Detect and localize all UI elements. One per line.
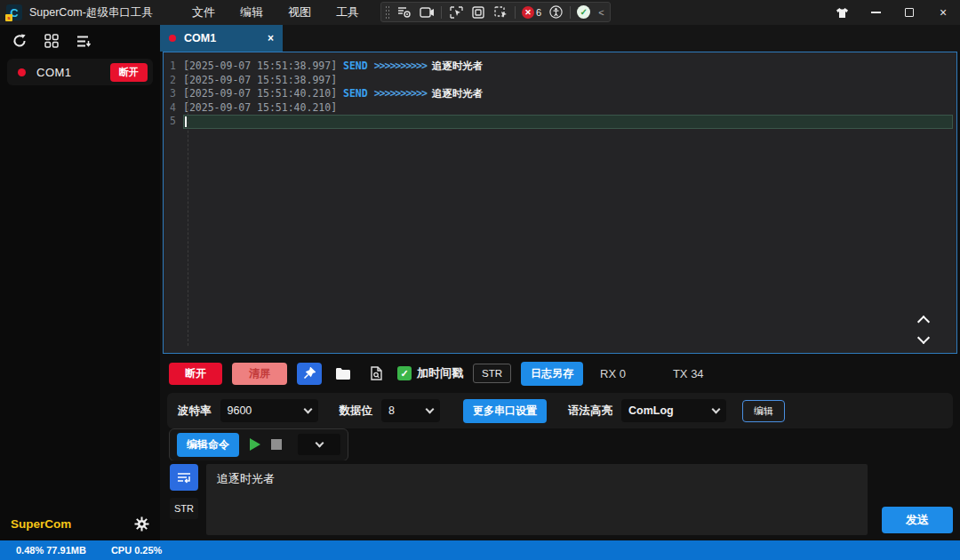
app-window: Cs SuperCom-超级串口工具 文件 编辑 视图 工具 关于 (0, 0, 960, 560)
syntax-highlight-select[interactable]: ComLog (621, 399, 726, 422)
menu-view[interactable]: 视图 (276, 0, 324, 25)
sidebar-footer: SuperCom (0, 509, 160, 540)
settings-list-icon[interactable] (396, 5, 412, 20)
input-format-str-button[interactable]: STR (170, 498, 198, 519)
display-mode-str-button[interactable]: STR (473, 364, 511, 383)
log-message: 追逐时光者 (432, 87, 484, 100)
line-number: 3 (164, 87, 183, 101)
scroll-down-icon[interactable] (917, 332, 930, 344)
port-disconnect-badge[interactable]: 断开 (110, 63, 148, 82)
minimize-icon (871, 12, 881, 13)
save-log-button[interactable]: 日志另存 (521, 362, 583, 386)
command-select[interactable] (298, 434, 340, 455)
more-serial-settings-button[interactable]: 更多串口设置 (463, 399, 547, 423)
success-check-icon[interactable]: ✓ (577, 5, 590, 19)
send-button-column: 发送 (875, 464, 960, 535)
edit-command-button[interactable]: 编辑命令 (177, 433, 239, 457)
sidebar-spacer (0, 89, 160, 509)
send-text-input[interactable]: 追逐时光者 (206, 464, 868, 535)
pin-button[interactable] (297, 363, 322, 385)
menu-file[interactable]: 文件 (180, 0, 228, 25)
refresh-ports-button[interactable] (12, 34, 27, 48)
accessibility-icon[interactable] (548, 5, 564, 20)
log-line: 3 [2025-09-07 15:51:40.210] SEND >>>>>>>… (164, 87, 956, 101)
chevron-down-icon (712, 405, 721, 414)
data-bits-label: 数据位 (340, 404, 373, 419)
menu-tools[interactable]: 工具 (324, 0, 372, 25)
scroll-up-icon[interactable] (917, 316, 930, 328)
scroll-controls (919, 314, 928, 346)
toolbar-separator (515, 6, 516, 19)
error-count: 6 (536, 7, 541, 18)
send-input-area: STR 追逐时光者 发送 (160, 460, 960, 540)
tx-counter: TX 34 (673, 367, 704, 380)
view-log-file-button[interactable] (364, 363, 388, 385)
timestamp-checkbox-group[interactable]: ✓ 加时间戳 (397, 365, 463, 381)
tab-status-dot (169, 35, 176, 42)
error-icon: ✕ (522, 6, 534, 19)
minimize-button[interactable] (859, 0, 892, 25)
settings-gear-button[interactable] (134, 516, 149, 532)
log-line: 2 [2025-09-07 15:51:38.997] (164, 74, 956, 88)
port-status-dot (18, 68, 26, 76)
sidebar: COM1 断开 SuperCom (0, 25, 160, 540)
main-panel: COM1 × 1 [2025-09-07 15:51:38.997] SEND … (160, 25, 960, 540)
chevron-down-icon (303, 405, 312, 414)
log-timestamp: [2025-09-07 15:51:40.210] (183, 87, 343, 100)
baud-rate-select[interactable]: 9600 (220, 399, 318, 422)
camera-icon[interactable] (419, 5, 435, 20)
window-select-icon[interactable] (470, 5, 486, 20)
tab-bar: COM1 × (160, 25, 960, 52)
chevron-down-icon (315, 439, 324, 448)
command-group: 编辑命令 (169, 428, 348, 461)
baud-rate-label: 波特率 (178, 404, 212, 419)
syntax-highlight-label: 语法高亮 (568, 404, 612, 419)
titlebar: Cs SuperCom-超级串口工具 文件 编辑 视图 工具 关于 (0, 0, 960, 25)
open-folder-button[interactable] (332, 363, 355, 385)
log-message: 追逐时光者 (432, 60, 484, 72)
tab-label: COM1 (184, 32, 216, 44)
log-send-tag: SEND (343, 87, 374, 100)
line-number: 1 (164, 60, 183, 74)
log-line: 4 [2025-09-07 15:51:40.210] (164, 101, 956, 116)
multi-send-mode-button[interactable] (170, 464, 198, 491)
log-line: 1 [2025-09-07 15:51:38.997] SEND >>>>>>>… (164, 60, 956, 74)
log-line-current: 5 (164, 115, 956, 129)
sidebar-toolbar (0, 25, 160, 55)
collapse-toolbar-button[interactable]: < (596, 7, 605, 18)
log-editor[interactable]: 1 [2025-09-07 15:51:38.997] SEND >>>>>>>… (163, 52, 957, 354)
send-lines-icon (177, 472, 191, 484)
port-list-item-com1[interactable]: COM1 断开 (7, 59, 153, 85)
region-select-icon[interactable] (492, 5, 508, 20)
menu-edit[interactable]: 编辑 (228, 0, 276, 25)
maximize-button[interactable] (892, 0, 926, 25)
edit-highlight-button[interactable]: 编辑 (742, 400, 785, 422)
cursor-select-icon[interactable] (448, 5, 464, 20)
window-controls: × (825, 0, 960, 25)
stop-icon[interactable] (271, 439, 282, 450)
play-icon[interactable] (250, 438, 260, 451)
timestamp-checkbox[interactable]: ✓ (397, 366, 412, 380)
line-number: 4 (164, 101, 183, 116)
command-bar: 编辑命令 (160, 428, 960, 460)
close-button[interactable]: × (926, 0, 960, 25)
theme-skin-button[interactable] (825, 0, 859, 25)
app-logo-icon: Cs (6, 4, 22, 20)
tab-com1[interactable]: COM1 × (160, 25, 283, 52)
log-timestamp: [2025-09-07 15:51:38.997] (183, 74, 337, 86)
grid-view-button[interactable] (44, 34, 59, 48)
app-title: SuperCom-超级串口工具 (29, 5, 153, 20)
current-line-highlight (183, 115, 953, 129)
clear-screen-button[interactable]: 清屏 (232, 363, 287, 385)
line-number: 2 (164, 74, 183, 88)
chevron-down-icon (426, 405, 435, 414)
input-mode-column: STR (169, 464, 199, 535)
status-bar: 0.48% 77.91MB CPU 0.25% (0, 540, 960, 560)
error-badge[interactable]: ✕ 6 (522, 6, 541, 19)
disconnect-button[interactable]: 断开 (169, 363, 222, 385)
send-button[interactable]: 发送 (882, 507, 953, 533)
data-bits-select[interactable]: 8 (381, 399, 440, 422)
tab-close-icon[interactable]: × (268, 32, 274, 44)
drag-handle[interactable] (385, 5, 390, 20)
list-view-button[interactable] (76, 35, 92, 48)
